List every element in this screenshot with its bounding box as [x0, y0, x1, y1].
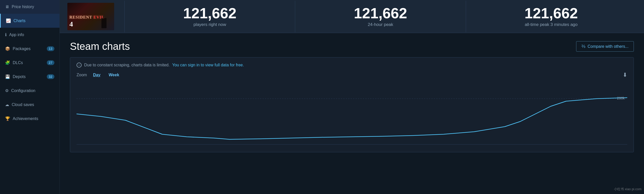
sidebar-item-price-history[interactable]: 🖥 Price history: [0, 0, 59, 14]
sidebar-label-packages: Packages: [13, 47, 44, 51]
stats-bar: RESIDENT EVIL 4 121,662 players right no…: [60, 0, 644, 33]
sidebar-item-charts[interactable]: 📈 Charts: [0, 14, 59, 28]
chart-container: ○ Due to constant scraping, charts data …: [70, 57, 634, 152]
sign-in-link[interactable]: You can sign in to view full data for fr…: [172, 63, 244, 67]
stat-block-24h-peak: 121,662 24-hour peak: [295, 1, 466, 32]
configuration-icon: ⚙: [5, 88, 9, 93]
badge-depots: 32: [47, 74, 54, 79]
chart-y-label: 200k: [617, 96, 625, 100]
zoom-label: Zoom: [77, 73, 87, 77]
sidebar-label-depots: Depots: [13, 74, 44, 79]
stat-block-alltime-peak: 121,662 all-time peak 3 minutes ago: [466, 1, 636, 32]
game-thumbnail: RESIDENT EVIL 4: [67, 3, 114, 30]
sidebar-label-configuration: Configuration: [11, 88, 54, 93]
charts-icon: 📈: [6, 18, 11, 23]
cloud-saves-icon: ☁: [5, 102, 9, 107]
sidebar-label-app-info: App info: [9, 33, 54, 37]
stat-number-players-now: 121,662: [183, 6, 236, 21]
depots-icon: 💾: [5, 74, 10, 79]
sidebar-item-depots[interactable]: 💾 Depots 32: [0, 70, 59, 84]
sidebar-label-achievements: Achievements: [13, 116, 54, 121]
chart-svg: [77, 83, 627, 147]
zoom-btn-week[interactable]: Week: [107, 72, 121, 78]
achievements-icon: 🏆: [5, 116, 10, 121]
section-title: Steam charts: [70, 41, 130, 52]
sidebar-label-dlcs: DLCs: [13, 61, 44, 65]
badge-dlcs: 27: [47, 60, 54, 65]
notice-text: Due to constant scraping, charts data is…: [84, 63, 170, 67]
sidebar-label-price-history: Price history: [12, 5, 54, 9]
download-button[interactable]: ⬇: [623, 72, 627, 78]
notice-icon: ○: [77, 63, 82, 68]
badge-packages: 13: [47, 46, 54, 51]
chart-notice: ○ Due to constant scraping, charts data …: [77, 63, 627, 68]
sidebar-item-app-info[interactable]: ℹ App info: [0, 28, 59, 42]
sidebar-item-cloud-saves[interactable]: ☁ Cloud saves: [0, 98, 59, 112]
price-history-icon: 🖥: [5, 5, 9, 9]
stat-label-alltime-peak: all-time peak 3 minutes ago: [525, 22, 578, 27]
sidebar-item-packages[interactable]: 📦 Packages 13: [0, 42, 59, 56]
compare-label: Compare with others...: [588, 44, 628, 49]
sidebar-item-configuration[interactable]: ⚙ Configuration: [0, 84, 59, 98]
zoom-btn-day[interactable]: Day: [91, 72, 102, 78]
sidebar-label-charts: Charts: [13, 19, 54, 23]
dlcs-icon: 🧩: [5, 60, 10, 65]
app-info-icon: ℹ: [5, 32, 7, 37]
watermark: 小红书 xiao pi.com: [614, 187, 641, 191]
compare-button[interactable]: ⅔ Compare with others...: [576, 41, 634, 52]
sidebar-label-cloud-saves: Cloud saves: [12, 102, 54, 107]
compare-icon: ⅔: [581, 44, 586, 49]
sidebar: 🖥 Price history 📈 Charts ℹ App info 📦 Pa…: [0, 0, 60, 194]
packages-icon: 📦: [5, 46, 10, 51]
stat-number-24h-peak: 121,662: [354, 6, 407, 21]
stat-label-players-now: players right now: [193, 22, 226, 27]
main-content: RESIDENT EVIL 4 121,662 players right no…: [60, 0, 644, 194]
content-area: Steam charts ⅔ Compare with others... ○ …: [60, 33, 644, 194]
chart-area: 200k: [77, 83, 627, 147]
stat-block-players-now: 121,662 players right now: [124, 1, 295, 32]
sidebar-item-dlcs[interactable]: 🧩 DLCs 27: [0, 56, 59, 70]
section-header: Steam charts ⅔ Compare with others...: [70, 41, 634, 52]
stat-number-alltime-peak: 121,662: [525, 6, 578, 21]
sidebar-item-achievements[interactable]: 🏆 Achievements: [0, 112, 59, 126]
zoom-controls: Zoom DayWeek⬇: [77, 72, 627, 78]
stat-label-24h-peak: 24-hour peak: [368, 22, 393, 27]
